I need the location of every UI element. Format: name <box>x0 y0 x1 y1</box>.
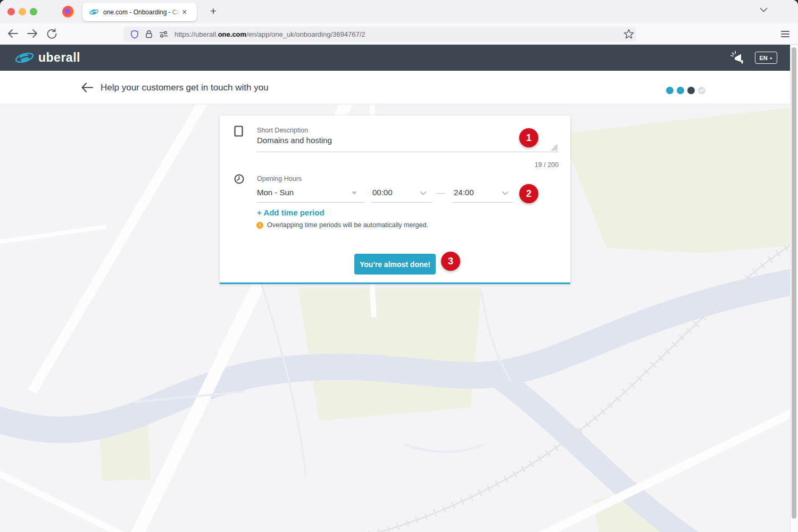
onboarding-form-card: Short Description Domains and hosting 19… <box>220 115 570 284</box>
app-header: uberall EN ▲ <box>0 45 798 71</box>
lock-icon[interactable] <box>145 30 153 38</box>
url-text: https://uberall.one.com/en/app/one_uk/on… <box>174 30 365 38</box>
scrollbar-track <box>790 45 798 532</box>
time-to-underline <box>453 202 513 203</box>
uberall-favicon-icon <box>89 8 98 16</box>
short-description-underline <box>257 152 559 152</box>
caret-up-icon: ▲ <box>769 56 773 60</box>
shield-icon[interactable] <box>130 30 139 39</box>
uberall-logo-icon <box>15 49 34 66</box>
triangle-down-icon <box>352 192 357 195</box>
scrollbar-thumb[interactable] <box>792 47 796 519</box>
browser-window: one.com - Onboarding - Contact × + <box>0 0 798 532</box>
time-from-underline <box>371 202 431 203</box>
language-label: EN <box>759 55 767 61</box>
chevron-down-icon <box>502 191 509 195</box>
back-arrow-icon[interactable] <box>81 82 94 93</box>
progress-dots <box>666 87 705 94</box>
bookmark-star-icon[interactable] <box>624 29 634 39</box>
short-description-input[interactable]: Domains and hosting <box>257 136 559 152</box>
uberall-logo: uberall <box>15 49 80 66</box>
short-description-label: Short Description <box>257 127 308 134</box>
url-bar[interactable]: https://uberall.one.com/en/app/one_uk/on… <box>123 27 636 41</box>
progress-dot-4-done <box>698 87 705 94</box>
days-select-value: Mon - Sun <box>257 188 294 197</box>
tab-close-icon[interactable]: × <box>182 8 187 16</box>
chevron-down-icon <box>420 191 427 195</box>
browser-tab[interactable]: one.com - Onboarding - Contact × <box>82 3 197 21</box>
step-badge-2: 2 <box>519 184 538 203</box>
page-title: Help your customers get in touch with yo… <box>101 82 269 93</box>
permissions-sliders-icon[interactable] <box>159 31 169 38</box>
main-content: Short Description Domains and hosting 19… <box>0 104 798 532</box>
warning-text: Overlapping time periods will be automat… <box>267 222 428 229</box>
time-from-select[interactable]: 00:00 <box>371 186 431 203</box>
warning-icon: ! <box>256 222 263 229</box>
menu-hamburger-icon[interactable] <box>781 31 789 37</box>
character-counter: 19 / 200 <box>257 161 559 169</box>
add-time-period-link[interactable]: + Add time period <box>257 208 325 217</box>
time-to-select[interactable]: 24:00 <box>453 186 513 203</box>
step-badge-3: 3 <box>441 252 460 271</box>
tab-title: one.com - Onboarding - Contact <box>103 9 181 16</box>
time-to-value: 24:00 <box>454 188 474 197</box>
language-selector-button[interactable]: EN ▲ <box>755 52 777 64</box>
reload-button-icon[interactable] <box>47 29 57 39</box>
progress-dot-3-current <box>687 87 695 94</box>
tab-bar: one.com - Onboarding - Contact × + <box>0 0 798 23</box>
new-tab-button[interactable]: + <box>205 3 221 19</box>
progress-dot-1 <box>666 87 674 94</box>
time-from-value: 00:00 <box>372 188 393 197</box>
announcement-megaphone-icon[interactable] <box>730 51 745 65</box>
short-description-value: Domains and hosting <box>257 136 332 145</box>
tabs-dropdown-chevron-icon[interactable] <box>760 7 768 12</box>
forward-button-icon[interactable] <box>27 29 38 38</box>
time-range-separator: — <box>437 188 445 197</box>
resize-handle-icon[interactable] <box>551 144 558 151</box>
close-window-button[interactable] <box>7 8 15 15</box>
step-badge-1: 1 <box>519 128 538 147</box>
days-select[interactable]: Mon - Sun <box>257 186 364 203</box>
page-title-bar: Help your customers get in touch with yo… <box>0 71 798 104</box>
days-select-underline <box>257 202 364 203</box>
description-field-icon <box>234 126 243 137</box>
brand-name: uberall <box>38 51 80 65</box>
submit-button[interactable]: You're almost done! <box>354 254 436 275</box>
minimize-window-button[interactable] <box>19 8 26 15</box>
browser-navbar: https://uberall.one.com/en/app/one_uk/on… <box>0 23 798 45</box>
zoom-window-button[interactable] <box>30 8 37 15</box>
back-button-icon[interactable] <box>7 29 19 38</box>
firefox-icon <box>62 6 74 18</box>
check-icon <box>700 88 704 93</box>
progress-dot-2 <box>677 87 684 94</box>
opening-hours-label: Opening Hours <box>257 175 302 182</box>
clock-icon <box>234 174 244 184</box>
